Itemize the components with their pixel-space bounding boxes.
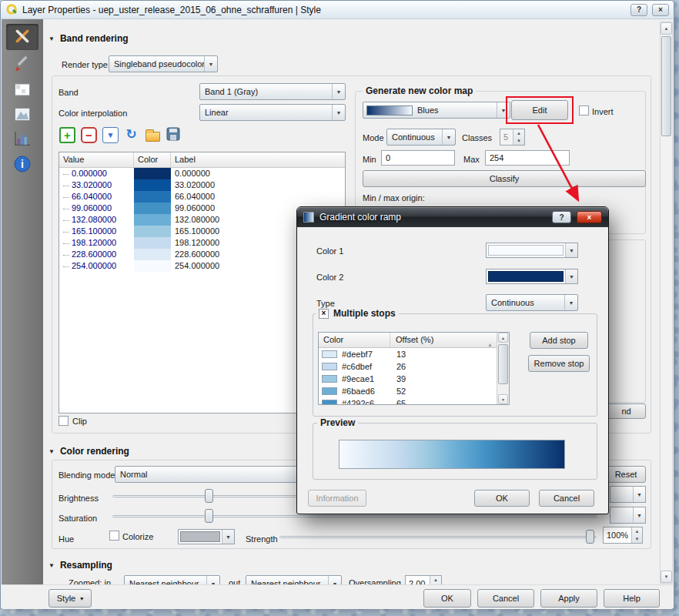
- scroll-down-button[interactable]: ▼: [498, 394, 508, 404]
- remove-stop-button[interactable]: Remove stop: [528, 355, 590, 372]
- dialog-ok-button[interactable]: OK: [474, 490, 530, 507]
- sidebar-item-pyramids[interactable]: [6, 102, 38, 129]
- close-titlebar-button[interactable]: ×: [652, 4, 669, 16]
- color-interpolation-combo[interactable]: Linear ▼: [199, 104, 346, 121]
- stops-table-header: Color Offset (%) ▲: [319, 333, 509, 348]
- clip-label: Clip: [72, 417, 87, 426]
- scroll-up-button[interactable]: ▲: [661, 22, 672, 35]
- load-color-map-button[interactable]: [144, 126, 162, 144]
- information-button[interactable]: Information: [308, 490, 366, 507]
- classes-spinner[interactable]: 5 ▲▼: [500, 129, 525, 146]
- stop-row[interactable]: #deebf7 13: [319, 348, 497, 360]
- oversampling-spinner[interactable]: 2.00 ▲▼: [405, 575, 442, 584]
- scrollbar-thumb[interactable]: [661, 36, 671, 136]
- color-map-table-header: Value Color Label: [59, 152, 345, 168]
- sidebar-item-general[interactable]: [6, 24, 38, 50]
- dialog-title: Gradient color ramp: [319, 212, 547, 223]
- help-titlebar-button[interactable]: ?: [630, 4, 647, 16]
- clip-checkbox[interactable]: [59, 416, 69, 426]
- stops-color-header[interactable]: Color: [319, 333, 390, 347]
- help-button[interactable]: Help: [604, 589, 660, 608]
- scrollbar-thumb[interactable]: [498, 344, 508, 384]
- chevron-down-icon: ▼: [633, 487, 645, 502]
- slider-handle[interactable]: [205, 509, 213, 523]
- chevron-down-icon: ▼: [633, 507, 645, 523]
- classify-button[interactable]: Classify: [363, 170, 646, 187]
- color-swatch: [134, 237, 171, 249]
- metadata-icon: i: [12, 154, 32, 176]
- zoomed-in-combo[interactable]: Nearest neighbour ▼: [124, 575, 220, 584]
- multiple-stops-checkbox[interactable]: ×: [319, 309, 329, 319]
- stop-row[interactable]: #c6dbef 26: [319, 360, 497, 373]
- sidebar-item-metadata[interactable]: i: [6, 152, 38, 178]
- render-type-combo[interactable]: Singleband pseudocolor ▼: [109, 55, 218, 72]
- partial-spinbox[interactable]: ▼: [610, 486, 646, 503]
- partial-load-button[interactable]: nd: [607, 403, 646, 419]
- invert-checkbox[interactable]: [579, 105, 589, 116]
- sidebar-item-transparency[interactable]: [6, 78, 38, 104]
- label-column-header[interactable]: Label: [171, 152, 345, 167]
- reset-button[interactable]: Reset: [606, 466, 646, 483]
- resampling-header[interactable]: ▼ Resampling: [48, 560, 112, 571]
- color-column-header[interactable]: Color: [134, 152, 171, 167]
- add-entry-button[interactable]: +: [59, 126, 76, 144]
- vertical-scrollbar[interactable]: ▲ ▼: [660, 22, 673, 584]
- apply-button[interactable]: Apply: [540, 589, 597, 608]
- color1-picker[interactable]: ▼: [486, 243, 578, 258]
- color1-label: Color 1: [316, 246, 343, 256]
- dialog-cancel-button[interactable]: Cancel: [539, 490, 594, 507]
- stop-color-swatch: [322, 350, 337, 358]
- ok-button[interactable]: OK: [423, 589, 471, 608]
- minmax-origin-label: Min / max origin:: [363, 193, 425, 203]
- down-triangle-icon: ▼: [102, 127, 119, 143]
- dialog-close-button[interactable]: ×: [577, 211, 602, 223]
- save-color-map-button[interactable]: [164, 126, 182, 143]
- color-rendering-header[interactable]: ▼ Color rendering: [48, 446, 129, 457]
- color1-swatch: [488, 245, 564, 256]
- dialog-titlebar[interactable]: Gradient color ramp ? ×: [297, 207, 608, 227]
- stop-row[interactable]: #9ecae1 39: [319, 373, 497, 385]
- remove-entry-button[interactable]: −: [80, 126, 98, 144]
- band-combo[interactable]: Band 1 (Gray) ▼: [199, 83, 346, 100]
- table-row[interactable]: 0.000000 0.000000: [59, 168, 345, 179]
- type-combo[interactable]: Continuous ▼: [486, 294, 578, 311]
- cancel-button[interactable]: Cancel: [477, 589, 534, 608]
- table-row[interactable]: 66.040000 66.040000: [59, 191, 345, 203]
- scroll-up-icon: ▲: [501, 336, 505, 340]
- blending-mode-label: Blending mode: [59, 470, 115, 480]
- color2-picker[interactable]: ▼: [486, 269, 578, 284]
- sidebar-item-histogram[interactable]: [6, 126, 38, 152]
- stop-row[interactable]: #6baed6 52: [319, 385, 497, 397]
- color-swatch: [134, 179, 171, 191]
- window-title: Layer Properties - uep_uster_release_201…: [22, 5, 626, 15]
- sort-entries-button[interactable]: ▼: [102, 126, 119, 144]
- mode-combo[interactable]: Continuous ▼: [386, 129, 456, 146]
- min-input[interactable]: 0: [381, 150, 455, 166]
- table-row[interactable]: 33.020000 33.020000: [59, 179, 345, 191]
- partial-spinbox[interactable]: ▼: [610, 507, 646, 524]
- band-label: Band: [59, 88, 79, 97]
- stop-row[interactable]: #4292c6 65: [319, 397, 497, 404]
- color-swatch: [134, 226, 171, 237]
- window-titlebar[interactable]: Layer Properties - uep_uster_release_201…: [1, 1, 674, 19]
- slider-handle[interactable]: [205, 489, 213, 503]
- gradient-preview-bar: [339, 440, 565, 469]
- dialog-help-button[interactable]: ?: [552, 211, 571, 223]
- scroll-up-button[interactable]: ▲: [498, 333, 508, 343]
- zoomed-out-combo[interactable]: Nearest neighbour ▼: [246, 575, 342, 584]
- style-menu-button[interactable]: Style ▾: [48, 589, 92, 608]
- spin-up-icon: ▲: [430, 576, 441, 584]
- value-column-header[interactable]: Value: [59, 152, 134, 167]
- max-input[interactable]: 254: [485, 150, 570, 166]
- sidebar-item-style[interactable]: [6, 52, 38, 78]
- scroll-down-button[interactable]: ▼: [661, 571, 672, 583]
- chevron-down-icon: ▼: [564, 295, 577, 310]
- plus-icon: +: [59, 127, 75, 143]
- refresh-button[interactable]: ↻: [122, 126, 140, 143]
- add-stop-button[interactable]: Add stop: [530, 332, 588, 349]
- stops-scrollbar[interactable]: ▲ ▼: [497, 333, 509, 404]
- color-ramp-combo[interactable]: Blues ▼: [363, 102, 510, 119]
- band-rendering-header[interactable]: ▼ Band rendering: [48, 33, 129, 44]
- stops-offset-header[interactable]: Offset (%) ▲: [390, 333, 497, 347]
- mode-label: Mode: [363, 133, 384, 142]
